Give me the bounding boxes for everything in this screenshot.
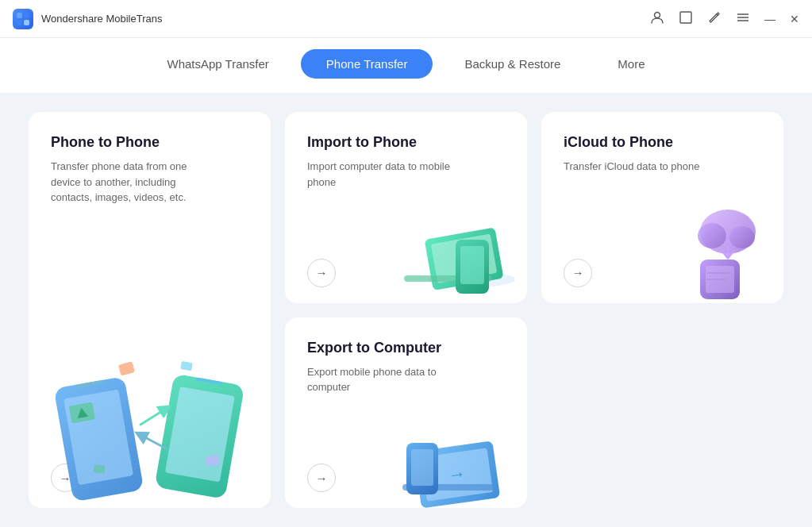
icloud-to-phone-desc: Transfer iCloud data to phone — [564, 159, 722, 175]
import-to-phone-desc: Import computer data to mobile phone — [307, 159, 466, 190]
window-icon[interactable] — [679, 10, 693, 28]
tab-more[interactable]: More — [592, 49, 670, 79]
tab-phone[interactable]: Phone Transfer — [301, 49, 433, 79]
svg-rect-17 — [118, 361, 135, 375]
profile-icon[interactable] — [650, 10, 664, 28]
phone-to-phone-title: Phone to Phone — [51, 134, 248, 151]
svg-rect-41 — [411, 449, 433, 486]
icloud-arrow[interactable]: → — [564, 259, 592, 287]
icloud-illustration — [656, 200, 775, 303]
tab-backup[interactable]: Backup & Restore — [439, 49, 586, 79]
card-icloud-to-phone[interactable]: iCloud to Phone Transfer iCloud data to … — [541, 112, 783, 303]
titlebar-controls: — ✕ — [650, 10, 799, 28]
phone-to-phone-desc: Transfer phone data from one device to a… — [51, 159, 210, 206]
svg-rect-3 — [24, 20, 29, 25]
close-icon[interactable]: ✕ — [790, 13, 799, 25]
export-illustration: → — [400, 405, 519, 508]
menu-icon[interactable] — [736, 10, 750, 28]
titlebar-left: Wondershare MobileTrans — [13, 9, 162, 29]
import-arrow[interactable]: → — [307, 259, 336, 287]
svg-rect-19 — [206, 456, 219, 466]
app-icon — [13, 9, 33, 29]
svg-point-4 — [655, 12, 660, 17]
card-phone-to-phone[interactable]: Phone to Phone Transfer phone data from … — [29, 112, 271, 508]
svg-text:→: → — [447, 464, 467, 486]
svg-rect-2 — [17, 20, 22, 25]
export-to-computer-title: Export to Computer — [307, 340, 505, 356]
main-content: Phone to Phone Transfer phone data from … — [0, 93, 812, 527]
tab-whatsapp[interactable]: WhatsApp Transfer — [141, 49, 294, 79]
svg-rect-5 — [680, 12, 691, 23]
app-title: Wondershare MobileTrans — [41, 13, 162, 25]
titlebar: Wondershare MobileTrans — ✕ — [0, 0, 812, 38]
svg-rect-20 — [93, 464, 105, 474]
import-illustration: ↙ — [400, 200, 519, 303]
svg-point-30 — [729, 226, 755, 248]
phone-to-phone-illustration — [47, 317, 253, 508]
icloud-to-phone-title: iCloud to Phone — [564, 134, 761, 151]
svg-rect-18 — [180, 361, 193, 371]
nav-tabs: WhatsApp Transfer Phone Transfer Backup … — [0, 38, 812, 93]
svg-rect-27 — [460, 246, 484, 284]
card-export-to-computer[interactable]: Export to Computer Export mobile phone d… — [285, 317, 527, 509]
edit-icon[interactable] — [707, 10, 722, 28]
import-to-phone-title: Import to Phone — [307, 134, 505, 151]
svg-rect-0 — [17, 13, 22, 18]
svg-point-29 — [698, 223, 726, 248]
export-to-computer-desc: Export mobile phone data to computer — [307, 364, 466, 395]
export-arrow[interactable]: → — [307, 464, 336, 492]
svg-rect-1 — [24, 13, 29, 18]
minimize-icon[interactable]: — — [764, 13, 775, 25]
card-import-to-phone[interactable]: Import to Phone Import computer data to … — [285, 112, 527, 303]
